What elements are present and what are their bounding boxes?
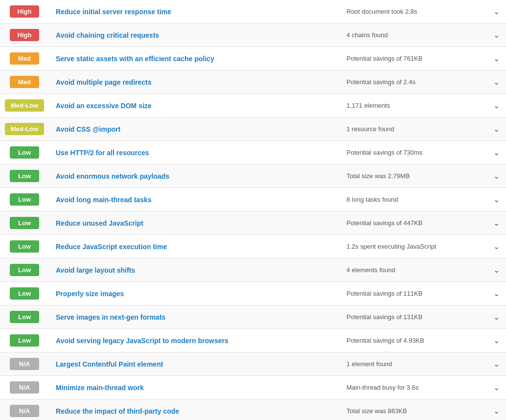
table-row: LowServe images in next-gen formatsPoten… [0, 305, 506, 329]
audit-title: Avoid long main-thread tasks [49, 191, 340, 209]
expand-chevron[interactable]: ⌄ [486, 72, 506, 92]
expand-chevron[interactable]: ⌄ [486, 284, 506, 303]
audit-detail: Total size was 883KB [340, 402, 486, 420]
table-row: LowAvoid long main-thread tasks8 long ta… [0, 188, 506, 211]
expand-chevron[interactable]: ⌄ [486, 378, 506, 397]
badge-cell: Low [0, 282, 49, 305]
table-row: HighReduce initial server response timeR… [0, 0, 506, 23]
audit-detail: Potential savings of 2.4s [340, 73, 486, 91]
audit-title: Avoid large layout shifts [49, 261, 340, 279]
severity-badge: Low [10, 170, 39, 182]
audit-title: Avoid enormous network payloads [49, 167, 340, 185]
audit-detail: Potential savings of 447KB [340, 214, 486, 232]
audit-title: Minimize main-thread work [49, 379, 340, 397]
table-row: Med-LowAvoid CSS @import1 resource found… [0, 117, 506, 141]
table-row: Med-LowAvoid an excessive DOM size1,171 … [0, 94, 506, 117]
badge-cell: High [0, 23, 49, 47]
audit-detail: Root document took 2.8s [340, 3, 486, 20]
audit-title: Reduce the impact of third-party code [49, 402, 340, 420]
expand-chevron[interactable]: ⌄ [486, 213, 506, 233]
audit-title: Reduce JavaScript execution time [49, 238, 340, 256]
badge-cell: Med-Low [0, 94, 49, 117]
expand-chevron[interactable]: ⌄ [486, 96, 506, 115]
audit-detail: Potential savings of 4.93KB [340, 332, 486, 349]
audit-detail: Potential savings of 761KB [340, 50, 486, 67]
audit-title: Avoid an excessive DOM size [49, 97, 340, 115]
table-row: N/ALargest Contentful Paint element1 ele… [0, 352, 506, 376]
table-row: LowReduce JavaScript execution time1.2s … [0, 235, 506, 258]
audit-title: Reduce initial server response time [49, 3, 340, 21]
badge-cell: Med [0, 47, 49, 70]
table-row: N/AMinimize main-thread workMain-thread … [0, 376, 506, 399]
audit-title: Use HTTP/2 for all resources [49, 144, 340, 162]
badge-cell: Med [0, 70, 49, 93]
expand-chevron[interactable]: ⌄ [486, 25, 506, 45]
table-row: MedServe static assets with an efficient… [0, 47, 506, 70]
severity-badge: High [10, 29, 39, 41]
audit-detail: 4 elements found [340, 261, 486, 279]
badge-cell: Low [0, 258, 49, 281]
severity-badge: Low [10, 334, 39, 347]
badge-cell: N/A [0, 399, 49, 420]
audit-detail: 8 long tasks found [340, 191, 486, 208]
table-row: LowAvoid enormous network payloadsTotal … [0, 164, 506, 188]
badge-cell: Low [0, 188, 49, 211]
badge-cell: High [0, 0, 49, 23]
audit-detail: 1.2s spent executing JavaScript [340, 238, 486, 255]
table-row: LowAvoid large layout shifts4 elements f… [0, 258, 506, 282]
audit-detail: 4 chains found [340, 26, 486, 44]
audit-title: Properly size images [49, 285, 340, 303]
expand-chevron[interactable]: ⌄ [486, 401, 506, 420]
audit-title: Serve images in next-gen formats [49, 308, 340, 326]
expand-chevron[interactable]: ⌄ [486, 260, 506, 280]
table-row: LowProperly size imagesPotential savings… [0, 282, 506, 305]
audit-title: Avoid serving legacy JavaScript to moder… [49, 332, 340, 350]
audit-detail: Potential savings of 131KB [340, 308, 486, 326]
audit-detail: 1,171 elements [340, 97, 486, 114]
audit-title: Avoid multiple page redirects [49, 73, 340, 91]
severity-badge: Low [10, 240, 39, 253]
expand-chevron[interactable]: ⌄ [486, 2, 506, 21]
audit-detail: 1 resource found [340, 120, 486, 138]
audit-title: Largest Contentful Paint element [49, 355, 340, 373]
expand-chevron[interactable]: ⌄ [486, 119, 506, 139]
table-row: LowUse HTTP/2 for all resourcesPotential… [0, 141, 506, 164]
severity-badge: Med-Low [5, 99, 44, 112]
audit-detail: 1 element found [340, 355, 486, 373]
audit-table: HighReduce initial server response timeR… [0, 0, 506, 420]
table-row: N/AReduce the impact of third-party code… [0, 399, 506, 420]
badge-cell: N/A [0, 352, 49, 375]
audit-title: Reduce unused JavaScript [49, 214, 340, 232]
badge-cell: Low [0, 211, 49, 234]
expand-chevron[interactable]: ⌄ [486, 331, 506, 350]
expand-chevron[interactable]: ⌄ [486, 190, 506, 209]
severity-badge: High [10, 5, 39, 18]
table-row: MedAvoid multiple page redirectsPotentia… [0, 70, 506, 94]
severity-badge: N/A [10, 358, 39, 370]
severity-badge: Med-Low [5, 123, 44, 135]
table-row: HighAvoid chaining critical requests4 ch… [0, 23, 506, 47]
audit-title: Avoid chaining critical requests [49, 26, 340, 44]
severity-badge: Low [10, 287, 39, 300]
audit-title: Avoid CSS @import [49, 120, 340, 138]
badge-cell: Low [0, 164, 49, 187]
table-row: LowAvoid serving legacy JavaScript to mo… [0, 329, 506, 352]
expand-chevron[interactable]: ⌄ [486, 237, 506, 256]
severity-badge: Med [10, 76, 39, 88]
badge-cell: Low [0, 141, 49, 164]
audit-detail: Total size was 2.79MB [340, 167, 486, 185]
audit-detail: Main-thread busy for 3.6s [340, 379, 486, 396]
expand-chevron[interactable]: ⌄ [486, 307, 506, 327]
badge-cell: Low [0, 305, 49, 328]
audit-title: Serve static assets with an efficient ca… [49, 50, 340, 68]
badge-cell: N/A [0, 376, 49, 399]
severity-badge: Low [10, 193, 39, 206]
severity-badge: N/A [10, 405, 39, 417]
severity-badge: Low [10, 146, 39, 159]
expand-chevron[interactable]: ⌄ [486, 166, 506, 186]
expand-chevron[interactable]: ⌄ [486, 143, 506, 162]
severity-badge: Low [10, 264, 39, 276]
expand-chevron[interactable]: ⌄ [486, 354, 506, 373]
expand-chevron[interactable]: ⌄ [486, 49, 506, 68]
badge-cell: Low [0, 329, 49, 352]
